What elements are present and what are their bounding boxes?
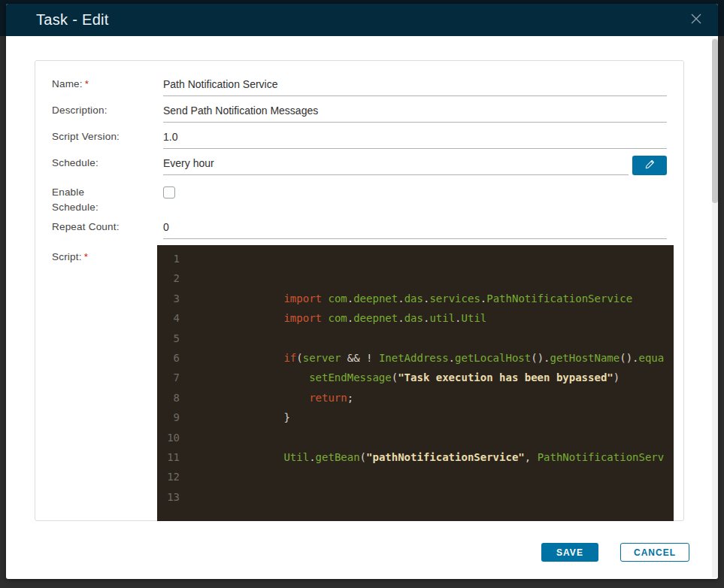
task-edit-modal: Task - Edit Name:* Description: <box>6 4 718 579</box>
enable-schedule-checkbox[interactable] <box>163 186 175 199</box>
close-button[interactable] <box>688 12 704 29</box>
code-text: setEndMessage("Task execution has been b… <box>180 368 619 387</box>
modal-header: Task - Edit <box>6 4 718 36</box>
code-text <box>180 467 189 486</box>
code-editor[interactable]: 123 import com.deepnet.das.services.Path… <box>157 245 674 521</box>
cancel-button[interactable]: CANCEL <box>620 543 689 562</box>
edit-schedule-button[interactable] <box>632 156 667 175</box>
code-line: 11 Util.getBean("pathNotificationService… <box>157 447 674 467</box>
code-editor-lines: 123 import com.deepnet.das.services.Path… <box>157 249 674 507</box>
line-number: 8 <box>157 388 180 408</box>
code-line: 2 <box>157 268 674 288</box>
code-line: 4 import com.deepnet.das.util.Util <box>157 308 674 328</box>
required-asterisk: * <box>85 78 89 89</box>
save-button[interactable]: SAVE <box>541 543 598 562</box>
form-row-repeat-count: Repeat Count: <box>52 219 667 239</box>
line-number: 9 <box>157 408 180 427</box>
line-number: 2 <box>157 268 180 288</box>
form-row-description: Description: <box>52 96 667 123</box>
modal-title: Task - Edit <box>36 11 109 29</box>
script-version-input[interactable] <box>163 131 667 149</box>
code-text <box>180 329 189 348</box>
required-asterisk: * <box>84 251 88 262</box>
code-text: Util.getBean("pathNotificationService", … <box>180 447 664 467</box>
code-text <box>180 268 189 288</box>
code-text: import com.deepnet.das.util.Util <box>180 308 486 328</box>
code-text <box>180 428 189 447</box>
description-input[interactable] <box>163 105 667 123</box>
schedule-label: Schedule: <box>52 157 163 175</box>
line-number: 4 <box>157 308 180 328</box>
code-line: 8 return; <box>157 388 674 408</box>
name-input[interactable] <box>163 78 667 96</box>
line-number: 6 <box>157 348 180 368</box>
script-label: Script:* <box>52 251 163 263</box>
line-number: 3 <box>157 289 180 308</box>
code-line: 1 <box>157 249 674 268</box>
schedule-input[interactable] <box>163 157 629 175</box>
code-line: 9 } <box>157 408 674 427</box>
code-line: 3 import com.deepnet.das.services.PathNo… <box>157 289 674 308</box>
footer-actions: SAVE CANCEL <box>541 543 689 562</box>
modal-body: Name:* Description: Script Version: <box>6 36 718 579</box>
line-number: 11 <box>157 447 180 467</box>
code-line: 7 setEndMessage("Task execution has been… <box>157 368 674 387</box>
code-line: 10 <box>157 428 674 447</box>
code-line: 5 <box>157 329 674 348</box>
enable-schedule-label: Enable Schedule: <box>52 185 163 215</box>
code-line: 13 <box>157 487 674 507</box>
form-row-name: Name:* <box>52 69 667 96</box>
script-version-label: Script Version: <box>52 131 163 149</box>
code-line: 6 if(server && ! InetAddress.getLocalHos… <box>157 348 674 368</box>
code-text <box>180 249 189 268</box>
line-number: 13 <box>157 487 180 507</box>
form-card: Name:* Description: Script Version: <box>35 60 684 521</box>
modal-scrollbar-thumb[interactable] <box>712 39 718 203</box>
modal-scrollbar-track[interactable] <box>712 38 718 577</box>
repeat-count-label: Repeat Count: <box>52 221 163 239</box>
repeat-count-input[interactable] <box>163 221 667 239</box>
line-number: 1 <box>157 249 180 268</box>
code-text: import com.deepnet.das.services.PathNoti… <box>180 289 632 308</box>
form-row-script: Script:* 123 import com.deepnet.das.serv… <box>52 245 667 521</box>
code-text: return; <box>180 388 353 408</box>
code-text: } <box>180 408 290 427</box>
description-label: Description: <box>52 105 163 123</box>
line-number: 12 <box>157 467 180 486</box>
form-row-schedule: Schedule: <box>52 149 667 175</box>
code-line: 12 <box>157 467 674 486</box>
form-row-script-version: Script Version: <box>52 123 667 149</box>
line-number: 7 <box>157 368 180 387</box>
code-text: if(server && ! InetAddress.getLocalHost(… <box>180 348 664 368</box>
code-text <box>180 487 189 507</box>
name-label: Name:* <box>52 78 163 96</box>
line-number: 5 <box>157 329 180 348</box>
pencil-icon <box>644 159 656 172</box>
close-icon <box>690 13 702 27</box>
line-number: 10 <box>157 428 180 447</box>
form-row-enable-schedule: Enable Schedule: <box>52 175 667 219</box>
